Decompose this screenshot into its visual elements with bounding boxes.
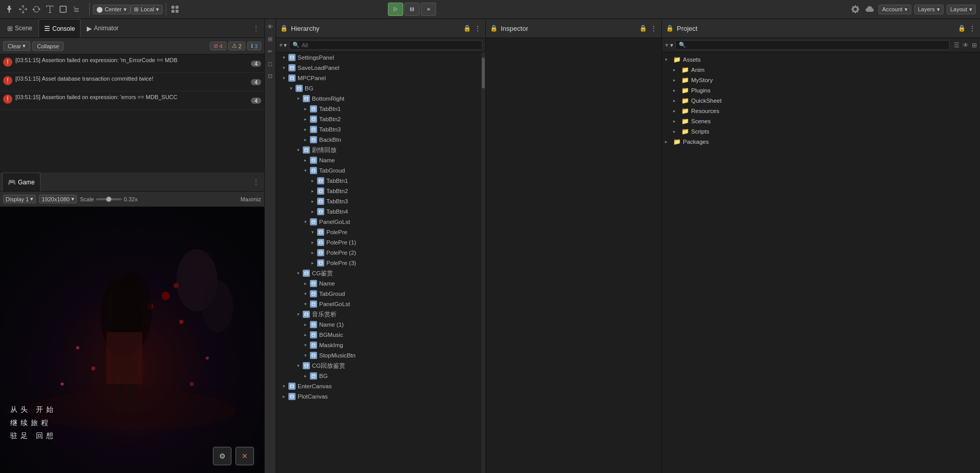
- collapse-button[interactable]: Collapse: [32, 42, 64, 51]
- tree-item-27[interactable]: ▸ BGMusic: [276, 330, 485, 340]
- step-button[interactable]: [421, 3, 436, 16]
- folder-expand-8[interactable]: ▸: [665, 139, 671, 144]
- console-message-1[interactable]: ! [03:51:15] Asset database transaction …: [0, 73, 264, 91]
- project-grid-icon[interactable]: ⊞: [972, 42, 977, 49]
- hierarchy-scrollbar[interactable]: [481, 52, 485, 473]
- tree-item-4[interactable]: ▾ BottomRight: [276, 93, 485, 104]
- tree-item-13[interactable]: ▸ TabBtn2: [276, 186, 485, 196]
- expand-icon-10[interactable]: ▸: [302, 157, 309, 164]
- info-badge[interactable]: ℹ 3: [247, 42, 261, 50]
- inspector-more-btn[interactable]: ⋮: [650, 24, 657, 32]
- expand-icon-8[interactable]: ▸: [302, 136, 309, 143]
- tree-item-20[interactable]: ▸ PolePre (3): [276, 258, 485, 268]
- eye-icon[interactable]: 👁: [266, 22, 275, 31]
- hand-tool-icon[interactable]: [4, 4, 15, 15]
- tree-item-7[interactable]: ▸ TabBtn3: [276, 124, 485, 135]
- resolution-select[interactable]: 1920x1080 ▾: [39, 195, 76, 203]
- expand-icon-15[interactable]: ▸: [309, 208, 316, 215]
- project-folder-3[interactable]: ▸ 📁 Plugins: [662, 85, 980, 96]
- tree-item-8[interactable]: ▸ BackBtn: [276, 135, 485, 145]
- display-select[interactable]: Display 1 ▾: [3, 195, 36, 203]
- tree-item-16[interactable]: ▾ PanelGoLst: [276, 217, 485, 227]
- layers-side-icon[interactable]: ⊞: [266, 34, 275, 44]
- layers-dropdown[interactable]: Layers ▾: [914, 5, 944, 14]
- expand-icon-6[interactable]: ▸: [302, 116, 309, 123]
- tree-item-21[interactable]: ▾ CG鉴赏: [276, 268, 485, 278]
- settings-game-button[interactable]: ⚙: [213, 447, 231, 465]
- clear-button[interactable]: Clear ▾: [3, 41, 30, 51]
- tree-item-18[interactable]: ▸ PolePre (1): [276, 237, 485, 248]
- project-folder-8[interactable]: ▸ 📁 Packages: [662, 137, 980, 147]
- project-folder-0[interactable]: ▾ 📁 Assets: [662, 54, 980, 65]
- expand-icon-18[interactable]: ▸: [309, 239, 316, 246]
- cloud-icon[interactable]: [864, 4, 875, 15]
- tree-item-2[interactable]: ▾ MPCPanel: [276, 73, 485, 83]
- expand-icon-17[interactable]: ▾: [309, 229, 316, 236]
- project-folder-1[interactable]: ▸ 📁 Anim: [662, 65, 980, 75]
- tree-item-31[interactable]: ▸ BG: [276, 371, 485, 381]
- maximize-button[interactable]: Maximiz: [241, 196, 261, 202]
- expand-icon-26[interactable]: ▸: [302, 321, 309, 328]
- tree-item-19[interactable]: ▸ PolePre (2): [276, 248, 485, 258]
- tree-item-10[interactable]: ▸ Name: [276, 155, 485, 165]
- tree-item-30[interactable]: ▾ CG回放鉴赏: [276, 361, 485, 371]
- expand-icon-11[interactable]: ▾: [302, 167, 309, 174]
- console-message-0[interactable]: ! [03:51:15] Assertion failed on express…: [0, 54, 264, 73]
- hierarchy-lock-btn[interactable]: 🔒: [463, 25, 471, 32]
- expand-icon-9[interactable]: ▾: [295, 146, 302, 154]
- inspector-lock-btn[interactable]: 🔒: [639, 25, 647, 32]
- project-search-input[interactable]: [688, 42, 946, 48]
- tree-item-29[interactable]: ▾ StopMusicBtn: [276, 350, 485, 361]
- tree-item-1[interactable]: ▾ SaveLoadPanel: [276, 63, 485, 73]
- brush-icon[interactable]: ✏: [266, 47, 275, 56]
- scale-slider[interactable]: [96, 198, 122, 200]
- expand-icon-2[interactable]: ▾: [280, 74, 287, 82]
- project-folder-4[interactable]: ▸ 📁 QuickSheet: [662, 96, 980, 106]
- folder-expand-7[interactable]: ▸: [673, 129, 679, 134]
- expand-icon-21[interactable]: ▾: [295, 270, 302, 277]
- folder-expand-1[interactable]: ▸: [673, 67, 679, 72]
- expand-icon-12[interactable]: ▸: [309, 177, 316, 184]
- expand-icon-32[interactable]: ▾: [280, 383, 287, 390]
- expand-icon-22[interactable]: ▸: [302, 280, 309, 287]
- project-list-view-icon[interactable]: ☰: [954, 42, 959, 49]
- project-folder-6[interactable]: ▸ 📁 Scenes: [662, 116, 980, 126]
- pause-button[interactable]: [404, 3, 420, 16]
- expand-icon-31[interactable]: ▸: [302, 372, 309, 380]
- eraser-icon[interactable]: ◻: [266, 59, 275, 68]
- picker-icon[interactable]: ⊡: [266, 71, 275, 81]
- expand-icon-25[interactable]: ▾: [295, 311, 302, 318]
- warning-badge[interactable]: ⚠ 2: [228, 42, 245, 50]
- space-local-dropdown[interactable]: ⊞ Local ▾: [130, 5, 163, 14]
- tree-item-12[interactable]: ▸ TabBtn1: [276, 176, 485, 186]
- project-lock-btn[interactable]: 🔒: [958, 25, 966, 32]
- folder-expand-5[interactable]: ▸: [673, 108, 679, 113]
- tree-item-15[interactable]: ▸ TabBtn4: [276, 206, 485, 217]
- expand-icon-0[interactable]: ▾: [280, 54, 287, 61]
- expand-icon-3[interactable]: ▾: [287, 85, 295, 92]
- tree-item-23[interactable]: ▾ TabGroud: [276, 289, 485, 299]
- project-more-btn[interactable]: ⋮: [969, 24, 976, 32]
- move-tool-icon[interactable]: [17, 4, 29, 15]
- services-icon[interactable]: [850, 4, 861, 15]
- expand-icon-4[interactable]: ▾: [295, 95, 302, 102]
- rotate-tool-icon[interactable]: [31, 4, 42, 15]
- tree-item-9[interactable]: ▾ 剧情回放: [276, 145, 485, 155]
- hierarchy-more-btn[interactable]: ⋮: [474, 24, 481, 32]
- close-game-button[interactable]: ✕: [236, 447, 254, 465]
- tree-item-5[interactable]: ▸ TabBtn1: [276, 104, 485, 114]
- folder-expand-4[interactable]: ▸: [673, 98, 679, 103]
- tab-animator[interactable]: ▶ Animator: [82, 19, 124, 37]
- tree-item-26[interactable]: ▸ Name (1): [276, 319, 485, 330]
- scale-thumb[interactable]: [106, 197, 111, 202]
- tab-game[interactable]: 🎮 Game: [2, 173, 41, 191]
- expand-icon-30[interactable]: ▾: [295, 362, 302, 369]
- hierarchy-search-input[interactable]: [302, 42, 479, 48]
- account-dropdown[interactable]: Account ▾: [878, 5, 911, 14]
- scale-tool-icon[interactable]: [44, 4, 55, 15]
- tab-console[interactable]: ☰ Console: [38, 19, 81, 37]
- project-folder-5[interactable]: ▸ 📁 Resources: [662, 106, 980, 116]
- expand-icon-27[interactable]: ▸: [302, 331, 309, 338]
- tree-item-6[interactable]: ▸ TabBtn2: [276, 114, 485, 124]
- tree-item-3[interactable]: ▾ BG: [276, 83, 485, 93]
